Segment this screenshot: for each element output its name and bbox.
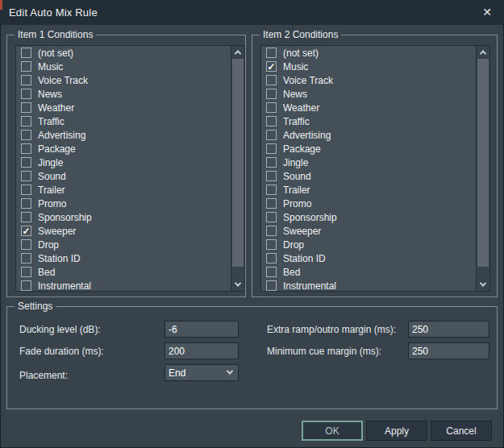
list-item[interactable]: Sponsorship <box>16 210 231 224</box>
list-item[interactable]: Advertising <box>261 128 476 142</box>
list-item[interactable]: Voice Track <box>261 73 476 87</box>
scroll-down-button[interactable] <box>231 278 244 291</box>
list-item[interactable]: Instrumental <box>261 279 476 292</box>
checkbox[interactable] <box>21 102 31 113</box>
apply-button[interactable]: Apply <box>366 421 427 441</box>
list-item[interactable]: Package <box>261 142 476 156</box>
list-item[interactable]: Music <box>16 60 231 73</box>
list-item[interactable]: Bed <box>16 265 231 279</box>
checkbox[interactable] <box>266 102 277 113</box>
checkbox[interactable] <box>21 48 31 58</box>
list-item[interactable]: Voice Track <box>16 73 231 87</box>
min-cue-margin-label: Minimum cue margin (ms): <box>267 346 381 357</box>
min-cue-margin-field[interactable] <box>408 342 489 359</box>
checkbox[interactable] <box>266 171 277 181</box>
list-item[interactable]: Sponsorship <box>261 210 476 224</box>
list-item[interactable]: Promo <box>261 197 476 210</box>
list-item[interactable]: Jingle <box>16 156 231 169</box>
list-item[interactable]: Bed <box>261 265 476 279</box>
checkbox[interactable] <box>21 157 31 168</box>
ducking-level-field[interactable] <box>165 321 239 338</box>
list-item[interactable]: Drop <box>16 238 231 251</box>
item1-conditions-list[interactable]: (not set) Music Voice Track News Weather… <box>15 45 245 292</box>
list-item-label: Music <box>283 61 308 73</box>
checkbox[interactable] <box>21 75 31 85</box>
ok-button[interactable]: OK <box>302 421 363 441</box>
checkbox[interactable] <box>21 171 31 181</box>
list-item[interactable]: Sound <box>16 169 231 183</box>
close-icon[interactable]: ✕ <box>482 6 492 19</box>
checkbox[interactable] <box>266 253 277 263</box>
checkbox[interactable]: ✓ <box>266 61 277 72</box>
scrollbar-thumb[interactable] <box>477 59 489 267</box>
list-item[interactable]: Promo <box>16 197 231 210</box>
scroll-up-button[interactable] <box>477 46 489 59</box>
list-item[interactable]: Drop <box>261 238 476 251</box>
list-item[interactable]: Jingle <box>261 156 476 169</box>
scroll-up-button[interactable] <box>231 46 244 59</box>
list-item[interactable]: Traffic <box>261 114 476 128</box>
group-settings: Settings Ducking level (dB): Fade durati… <box>6 306 498 409</box>
scroll-down-button[interactable] <box>477 278 489 291</box>
checkbox[interactable] <box>21 198 31 209</box>
extra-margin-field[interactable] <box>408 321 489 338</box>
checkbox[interactable] <box>21 239 31 250</box>
checkbox[interactable] <box>21 116 31 127</box>
titlebar[interactable]: Edit Auto Mix Rule ✕ <box>0 0 504 25</box>
placement-dropdown[interactable]: End <box>165 364 239 381</box>
item2-scrollbar[interactable] <box>476 46 489 291</box>
chevron-down-icon <box>227 367 233 374</box>
list-item[interactable]: Advertising <box>16 128 231 142</box>
checkbox[interactable] <box>266 157 277 168</box>
checkbox[interactable] <box>21 143 31 154</box>
list-item[interactable]: News <box>16 87 231 101</box>
checkbox[interactable] <box>21 280 31 291</box>
cancel-button[interactable]: Cancel <box>431 421 492 441</box>
checkbox[interactable] <box>266 280 277 291</box>
list-item[interactable]: News <box>261 87 476 101</box>
list-item[interactable]: Traffic <box>16 114 231 128</box>
list-item-label: (not set) <box>283 48 319 59</box>
list-item[interactable]: Weather <box>16 101 231 114</box>
checkbox[interactable] <box>21 89 31 99</box>
checkbox[interactable] <box>266 267 277 277</box>
checkbox[interactable] <box>266 130 277 140</box>
placement-selected-value: End <box>169 367 185 379</box>
list-item[interactable]: Trailer <box>16 183 231 197</box>
list-item[interactable]: (not set) <box>16 46 231 60</box>
list-item[interactable]: Station ID <box>16 251 231 265</box>
fade-duration-field[interactable] <box>165 342 239 359</box>
checkbox[interactable] <box>21 212 31 222</box>
checkbox[interactable] <box>266 75 277 85</box>
checkbox[interactable] <box>266 143 277 154</box>
checkbox[interactable] <box>21 61 31 72</box>
checkbox[interactable] <box>21 185 31 195</box>
checkbox[interactable] <box>21 130 31 140</box>
checkbox[interactable]: ✓ <box>21 226 31 236</box>
list-item[interactable]: Instrumental <box>16 279 231 292</box>
list-item[interactable]: Sweeper <box>261 224 476 238</box>
scrollbar-thumb[interactable] <box>232 59 244 267</box>
checkbox[interactable] <box>266 116 277 127</box>
checkbox[interactable] <box>21 267 31 277</box>
checkbox[interactable] <box>266 239 277 250</box>
checkbox[interactable] <box>266 89 277 99</box>
item1-scrollbar[interactable] <box>231 46 244 291</box>
checkbox[interactable] <box>21 253 31 263</box>
checkbox[interactable] <box>266 48 277 58</box>
item2-conditions-list[interactable]: (not set) ✓ Music Voice Track News Weath… <box>260 45 490 292</box>
list-item[interactable]: ✓ Sweeper <box>16 224 231 238</box>
background-window-sliver <box>0 0 2 10</box>
list-item[interactable]: Trailer <box>261 183 476 197</box>
checkbox[interactable] <box>266 226 277 236</box>
list-item[interactable]: Sound <box>261 169 476 183</box>
list-item[interactable]: Weather <box>261 101 476 114</box>
checkbox[interactable] <box>266 198 277 209</box>
checkbox[interactable] <box>266 212 277 222</box>
checkbox[interactable] <box>266 185 277 195</box>
list-item[interactable]: (not set) <box>261 46 476 60</box>
list-item[interactable]: ✓ Music <box>261 60 476 73</box>
list-item[interactable]: Package <box>16 142 231 156</box>
list-item[interactable]: Station ID <box>261 251 476 265</box>
list-item-label: Drop <box>38 239 59 251</box>
